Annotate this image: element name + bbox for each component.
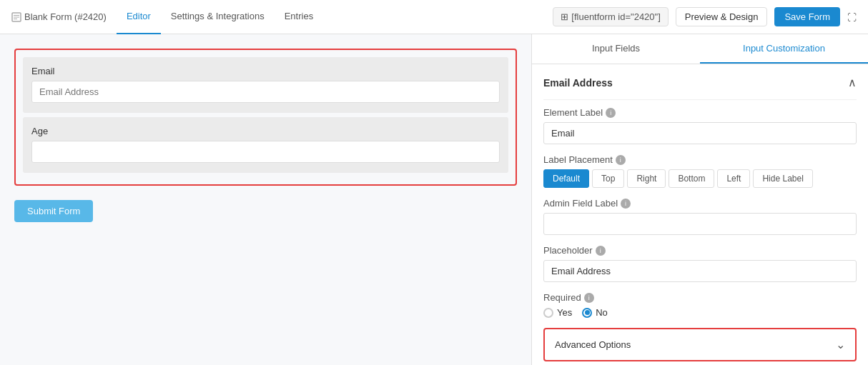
placeholder-heading: Placeholder i xyxy=(543,245,857,256)
form-icon xyxy=(11,12,21,22)
top-nav: Blank Form (#2420) Editor Settings & Int… xyxy=(0,0,868,34)
tab-settings[interactable]: Settings & Integrations xyxy=(161,0,275,34)
submit-button[interactable]: Submit Form xyxy=(14,200,93,222)
collapse-icon[interactable]: ∧ xyxy=(848,76,857,89)
admin-field-label-input[interactable] xyxy=(543,213,857,235)
admin-field-label-heading: Admin Field Label i xyxy=(543,198,857,209)
save-button[interactable]: Save Form xyxy=(774,7,840,26)
nav-right: ⊞ [fluentform id="2420"] Preview & Desig… xyxy=(553,7,857,26)
placement-buttons: Default Top Right Bottom Left Hide Label xyxy=(543,169,857,188)
required-heading: Required i xyxy=(543,292,857,303)
placement-default[interactable]: Default xyxy=(543,169,589,188)
age-input[interactable] xyxy=(31,141,500,163)
placeholder-input[interactable] xyxy=(543,260,857,282)
placeholder-info-icon: i xyxy=(596,246,606,256)
tab-input-fields[interactable]: Input Fields xyxy=(532,34,700,64)
chevron-down-icon: ⌄ xyxy=(836,338,845,351)
element-label-heading: Element Label i xyxy=(543,107,857,118)
placement-top[interactable]: Top xyxy=(592,169,624,188)
fullscreen-button[interactable]: ⛶ xyxy=(847,11,857,24)
advanced-options-header[interactable]: Advanced Options ⌄ xyxy=(545,329,855,360)
placement-hide[interactable]: Hide Label xyxy=(753,169,812,188)
email-field-label: Email xyxy=(31,66,500,76)
shortcode-button[interactable]: ⊞ [fluentform id="2420"] xyxy=(553,7,669,26)
required-info-icon: i xyxy=(584,293,594,303)
admin-field-label-group: Admin Field Label i xyxy=(543,198,857,235)
preview-button[interactable]: Preview & Design xyxy=(676,7,768,26)
tab-input-customization[interactable]: Input Customization xyxy=(700,34,868,64)
section-title: Email Address xyxy=(543,77,613,89)
nav-left: Blank Form (#2420) Editor Settings & Int… xyxy=(11,0,323,34)
required-no[interactable]: No xyxy=(582,307,608,318)
right-panel: Input Fields Input Customization Email A… xyxy=(532,34,868,365)
email-field-row: Email xyxy=(23,57,508,113)
required-radio-group: Yes No xyxy=(543,307,857,318)
required-yes-radio[interactable] xyxy=(543,308,553,318)
element-label-input[interactable] xyxy=(543,122,857,144)
required-no-radio[interactable] xyxy=(582,308,592,318)
fullscreen-icon: ⛶ xyxy=(847,12,857,23)
admin-field-info-icon: i xyxy=(621,199,631,209)
nav-tabs: Editor Settings & Integrations Entries xyxy=(117,0,323,34)
panel-tabs: Input Fields Input Customization xyxy=(532,34,868,64)
age-field-label: Age xyxy=(31,126,500,136)
placement-bottom[interactable]: Bottom xyxy=(669,169,714,188)
nav-brand: Blank Form (#2420) xyxy=(11,11,107,22)
label-placement-group: Label Placement i Default Top Right Bott… xyxy=(543,154,857,188)
divider-1 xyxy=(543,99,857,100)
section-header: Email Address ∧ xyxy=(543,76,857,89)
main-layout: Email Age Submit Form Input Fields Input… xyxy=(0,34,868,365)
label-placement-info-icon: i xyxy=(616,155,626,165)
tab-entries[interactable]: Entries xyxy=(275,0,323,34)
advanced-options-title: Advanced Options xyxy=(555,339,631,350)
label-placement-heading: Label Placement i xyxy=(543,154,857,165)
age-field-row: Age xyxy=(23,117,508,173)
email-input[interactable] xyxy=(31,81,500,103)
tab-editor[interactable]: Editor xyxy=(117,0,161,34)
element-label-info-icon: i xyxy=(606,108,616,118)
placement-right[interactable]: Right xyxy=(627,169,666,188)
form-canvas: Email Age xyxy=(14,49,517,186)
brand-text: Blank Form (#2420) xyxy=(24,11,107,22)
advanced-options-section: Advanced Options ⌄ xyxy=(543,328,857,361)
shortcode-icon: ⊞ xyxy=(561,11,568,22)
required-yes[interactable]: Yes xyxy=(543,307,572,318)
placement-left[interactable]: Left xyxy=(717,169,750,188)
panel-content: Email Address ∧ Element Label i Label Pl… xyxy=(532,64,868,365)
element-label-group: Element Label i xyxy=(543,107,857,144)
editor-panel: Email Age Submit Form xyxy=(0,34,532,365)
shortcode-text: [fluentform id="2420"] xyxy=(571,11,661,22)
placeholder-group: Placeholder i xyxy=(543,245,857,282)
required-group: Required i Yes No xyxy=(543,292,857,318)
